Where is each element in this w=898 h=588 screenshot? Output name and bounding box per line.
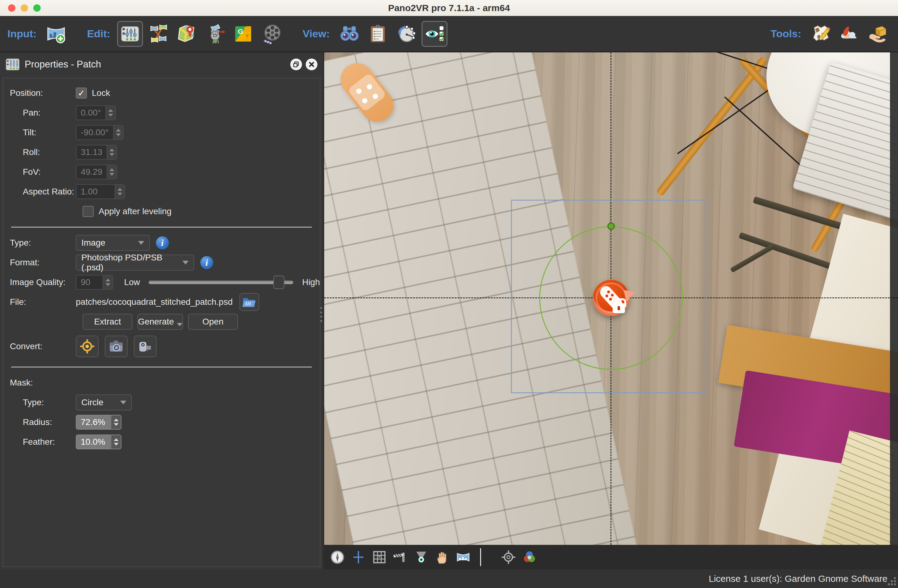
- apply-after-leveling-row: ✓ Apply after leveling: [3, 202, 320, 221]
- patch-marker[interactable]: [593, 280, 629, 316]
- mask-label: Mask:: [10, 378, 76, 388]
- aspect-ratio-field: 1.00: [76, 184, 125, 199]
- viewer-settings-icon[interactable]: [421, 21, 447, 47]
- mask-radius-field[interactable]: 72.6%: [76, 415, 121, 429]
- target-icon[interactable]: [500, 549, 517, 565]
- patch-editor-icon[interactable]: [808, 21, 834, 47]
- properties-icon[interactable]: [117, 21, 143, 47]
- file-path: patches/cocoquadrat_stitched_patch.psd: [76, 297, 233, 307]
- rgb-channels-icon[interactable]: [521, 549, 538, 565]
- pan-field: 0.00°: [76, 105, 116, 120]
- panel-header: Properties - Patch: [0, 52, 323, 77]
- position-row: Position: ✓ Lock: [3, 83, 320, 103]
- pan-row: Pan: 0.00°: [3, 103, 320, 123]
- view-cone-icon[interactable]: [413, 549, 430, 565]
- type-dropdown[interactable]: Image: [76, 235, 150, 251]
- grid-icon[interactable]: [371, 549, 387, 565]
- barrier-icon[interactable]: [392, 549, 409, 565]
- convert-label: Convert:: [10, 342, 76, 351]
- mask-row: Mask:: [3, 373, 320, 393]
- compass-icon[interactable]: [329, 549, 346, 565]
- street-view-icon[interactable]: G: [231, 21, 257, 47]
- separator: [11, 367, 312, 367]
- chevron-down-icon: [177, 323, 183, 326]
- output-package-icon[interactable]: [865, 21, 890, 47]
- image-quality-label: Image Quality:: [10, 277, 76, 287]
- extract-button[interactable]: Extract: [83, 314, 132, 330]
- animation-editor-icon[interactable]: [259, 21, 285, 47]
- mask-type-dropdown[interactable]: Circle: [76, 394, 132, 411]
- apply-after-leveling-checkbox[interactable]: ✓: [83, 206, 94, 217]
- type-label: Type:: [10, 238, 76, 248]
- lock-checkbox[interactable]: ✓: [76, 88, 87, 99]
- pan-label: Pan:: [10, 108, 76, 118]
- zoom-window-button[interactable]: [33, 4, 41, 12]
- mask-feather-label: Feather:: [10, 437, 76, 447]
- quality-slider[interactable]: [149, 280, 294, 284]
- mask-feather-row: Feather: 10.0%: [3, 432, 320, 452]
- tour-browser-icon[interactable]: [146, 21, 171, 47]
- quality-slider-handle[interactable]: [273, 276, 284, 289]
- open-button[interactable]: Open: [188, 314, 238, 330]
- convert-row: Convert:: [3, 332, 320, 361]
- fov-row: FoV: 49.29: [3, 162, 320, 182]
- mask-radius-label: Radius:: [10, 417, 76, 427]
- statusbar: License 1 user(s): Garden Gnome Software: [0, 570, 898, 588]
- mask-type-label: Type:: [10, 397, 76, 407]
- convert-to-image-button[interactable]: [105, 336, 128, 357]
- format-row: Format: Photoshop PSD/PSB (.psd) i: [3, 253, 320, 272]
- type-info-icon[interactable]: i: [156, 236, 169, 249]
- garden-gnome-cloud-icon[interactable]: [836, 21, 862, 47]
- apply-after-leveling-label: Apply after leveling: [98, 206, 172, 216]
- edit-section-label: Edit:: [87, 28, 110, 40]
- float-panel-icon[interactable]: [290, 58, 302, 70]
- time-view-icon[interactable]: [393, 21, 419, 47]
- window-title: Pano2VR pro 7.1.1a - arm64: [388, 3, 510, 13]
- close-window-button[interactable]: [8, 4, 15, 12]
- crosshair-cross-icon[interactable]: [350, 549, 367, 565]
- panel-title: Properties - Patch: [25, 59, 287, 70]
- file-row: File: patches/cocoquadrat_stitched_patch…: [3, 292, 320, 312]
- target-gold-icon: [80, 339, 95, 354]
- folder-open-icon: [241, 294, 257, 310]
- lock-icon: [613, 303, 625, 313]
- aspect-ratio-label: Aspect Ratio:: [10, 187, 76, 197]
- convert-to-point-hotspot-button[interactable]: [76, 336, 98, 357]
- panorama-viewer[interactable]: [324, 52, 898, 545]
- panorama-icon[interactable]: [455, 549, 472, 565]
- titlebar: Pano2VR pro 7.1.1a - arm64: [0, 0, 898, 16]
- quality-low-label: Low: [124, 277, 140, 287]
- file-label: File:: [10, 297, 76, 307]
- generate-button[interactable]: Generate: [137, 314, 183, 330]
- roll-label: Roll:: [10, 147, 76, 157]
- viewer-toolbar: [324, 545, 898, 570]
- separator: [11, 227, 312, 228]
- mask-radius-handle[interactable]: [607, 223, 615, 230]
- close-panel-icon[interactable]: [306, 58, 317, 70]
- tour-map-icon[interactable]: [174, 21, 200, 47]
- main-toolbar: Input: Edit: G View:: [0, 16, 898, 52]
- convert-to-video-button[interactable]: [134, 336, 157, 357]
- properties-panel: Properties - Patch Position: ✓ Lock Pan:…: [0, 52, 324, 570]
- toolbar-separator: [480, 548, 481, 566]
- minimize-window-button[interactable]: [21, 4, 28, 12]
- panorama-converter-icon[interactable]: [202, 21, 228, 47]
- chevron-down-icon: [138, 241, 144, 245]
- find-panoramas-icon[interactable]: [337, 21, 362, 47]
- add-panorama-icon[interactable]: [43, 21, 69, 47]
- list-view-icon[interactable]: [365, 21, 391, 47]
- toolbar-separator: [78, 23, 78, 45]
- quality-high-label: High: [302, 277, 320, 287]
- format-info-icon[interactable]: i: [200, 256, 213, 269]
- window-controls: [8, 4, 41, 12]
- svg-text:G: G: [238, 28, 243, 35]
- pan-hand-icon[interactable]: [434, 549, 451, 565]
- resize-grip[interactable]: [886, 576, 897, 587]
- format-dropdown[interactable]: Photoshop PSD/PSB (.psd): [76, 254, 194, 271]
- tools-section-label: Tools:: [771, 28, 801, 40]
- toolbar-separator: [294, 23, 294, 45]
- choose-file-button[interactable]: [240, 293, 259, 311]
- chevron-down-icon: [183, 261, 189, 265]
- mask-feather-field[interactable]: 10.0%: [76, 434, 121, 449]
- panel-splitter-handle[interactable]: [320, 305, 323, 325]
